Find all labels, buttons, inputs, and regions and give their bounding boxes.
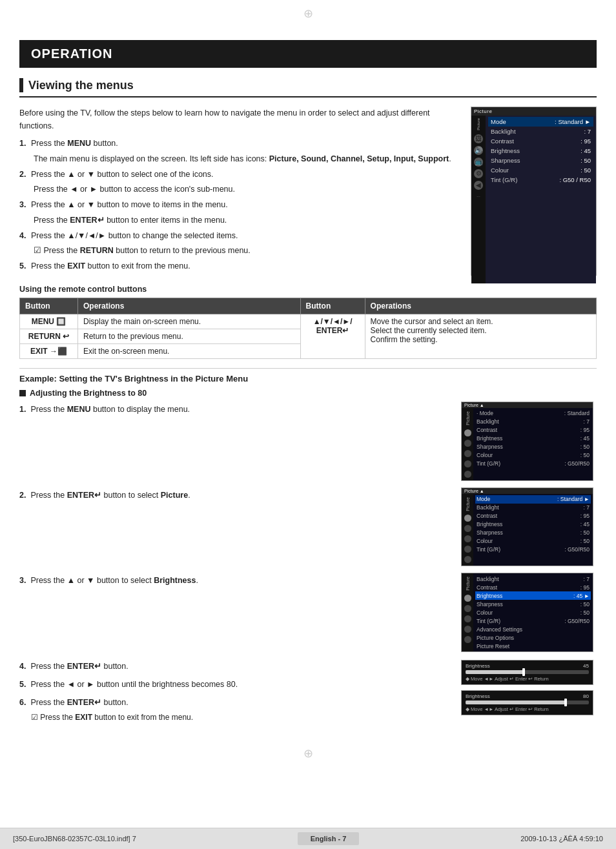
example-step-3-text: 3. Press the ▲ or ▼ button to select Bri… <box>19 573 455 587</box>
intro-steps-list: 1. Press the MENU button. The main menu … <box>19 138 458 272</box>
op-exit: Exit the on-screen menu. <box>78 343 301 358</box>
sub-title-brightness: Adjusting the Brightness to 80 <box>19 389 597 398</box>
th-operations1: Operations <box>78 298 301 314</box>
step-3: 3. Press the ▲ or ▼ button to move to it… <box>19 199 458 211</box>
step-5: 5. Press the EXIT button to exit from th… <box>19 260 458 272</box>
brightness-bar-80: Brightness 80 ◆ Move ◄► Adjust ↵ Enter ↩… <box>461 690 593 715</box>
step-3-sub: Press the ENTER↵ button to enter items i… <box>19 214 458 227</box>
tv-s1-rows: · Mode: Standard Backlight: 7 Contrast: … <box>473 408 593 480</box>
brightness-controls-80: ◆ Move ◄► Adjust ↵ Enter ↩ Return <box>466 706 589 712</box>
btn-exit: EXIT →⬛ <box>20 343 78 358</box>
step-6-note: ☑ Press the EXIT button to exit from the… <box>19 711 455 724</box>
header-title: OPERATION <box>31 46 112 61</box>
tv-s1-title: Picture ▲ <box>462 402 593 408</box>
th-operations2: Operations <box>365 298 596 314</box>
example-steps-4-6-text: 4. Press the ENTER↵ button. 5. Press the… <box>19 659 455 724</box>
tv-mock-step2: Picture ▲ Picture Mode: Standard ► Backl… <box>461 487 593 567</box>
tv-s2-sidebar: Picture <box>462 494 473 566</box>
op-return: Return to the previous menu. <box>78 329 301 343</box>
example-step-2-row: 2. Press the ENTER↵ button to select Pic… <box>19 487 597 567</box>
tv-row-colour: Colour : 50 <box>488 165 593 175</box>
btn-nav: ▲/▼/◄/►/ENTER↵ <box>300 314 365 358</box>
crosshair-top: ⊕ <box>0 0 616 21</box>
remote-table-section: Using the remote control buttons Button … <box>19 285 597 359</box>
tv-s2-title: Picture ▲ <box>462 488 593 494</box>
step-2-sub: Press the ◄ or ► button to access the ic… <box>19 183 458 196</box>
sub-title-square <box>19 390 26 396</box>
intro-description: Before using the TV, follow the steps be… <box>19 107 458 132</box>
op-nav: Move the cursor and select an item.Selec… <box>365 314 596 358</box>
page-footer: [350-EuroJBN68-02357C-03L10.indf] 7 Engl… <box>0 828 616 849</box>
tv-s3-brightness: Brightness: 45 ► <box>475 591 591 600</box>
example-step-3-row: 3. Press the ▲ or ▼ button to select Bri… <box>19 573 597 652</box>
example-step-2-text: 2. Press the ENTER↵ button to select Pic… <box>19 487 455 502</box>
tv-menu-titlebar: Picture <box>471 107 596 116</box>
step-2: 2. Press the ▲ or ▼ button to select one… <box>19 169 458 181</box>
slider-track-80 <box>466 701 589 704</box>
tv-s3-rows: Backlight: 7 Contrast: 95 Brightness: 45… <box>473 573 593 651</box>
step-1: 1. Press the MENU button. <box>19 138 458 150</box>
slider-thumb-80 <box>564 699 567 706</box>
footer-right: 2009-10-13 ¿ÄÊÄ 4:59:10 <box>520 835 603 843</box>
tv-row-contrast: Contrast : 95 <box>488 136 593 146</box>
step-4-note: ☑ Press the RETURN button to return to t… <box>19 245 458 257</box>
step-4: 4. Press the ▲/▼/◄/► button to change th… <box>19 230 458 242</box>
footer-center: English - 7 <box>298 832 360 845</box>
section-title-text: Viewing the menus <box>28 79 134 92</box>
tv-icon-setup: ⚙ <box>474 169 483 178</box>
footer-left: [350-EuroJBN68-02357C-03L10.indf] 7 <box>13 835 136 843</box>
brightness-bar-45: Brightness 45 ◆ Move ◄► Adjust ↵ Enter ↩… <box>461 660 593 685</box>
tv-s1-sidebar: Picture <box>462 408 473 480</box>
step-1-sub: The main menu is displayed on the screen… <box>19 153 458 165</box>
example-step-1-img: Picture ▲ Picture · Mode: Standard Backl… <box>461 402 597 481</box>
tv-mock-step1: Picture ▲ Picture · Mode: Standard Backl… <box>461 402 593 481</box>
btn-return: RETURN ↩ <box>20 329 78 343</box>
example-step-2-img: Picture ▲ Picture Mode: Standard ► Backl… <box>461 487 597 567</box>
slider-track-45 <box>466 670 589 674</box>
brightness-controls-45: ◆ Move ◄► Adjust ↵ Enter ↩ Return <box>466 676 589 682</box>
page-section-header: OPERATION <box>19 40 597 68</box>
example-step-1-row: 1. Press the MENU button to display the … <box>19 402 597 481</box>
remote-table-title: Using the remote control buttons <box>19 285 597 294</box>
step-6-text: 6. Press the ENTER↵ button. <box>19 696 455 709</box>
btn-menu: MENU 🔲 <box>20 314 78 329</box>
op-menu: Display the main on-screen menu. <box>78 314 301 329</box>
example-steps-4-6-row: 4. Press the ENTER↵ button. 5. Press the… <box>19 659 597 724</box>
slider-fill-80 <box>466 701 567 704</box>
remote-control-table: Button Operations Button Operations MENU… <box>19 298 597 359</box>
example-brightness-bars: Brightness 45 ◆ Move ◄► Adjust ↵ Enter ↩… <box>461 659 597 715</box>
tv-row-mode: Mode : Standard ► <box>488 117 593 127</box>
example-step-1-text: 1. Press the MENU button to display the … <box>19 402 455 416</box>
tv-side-icons: Picture 🖼 🔊 📺 ⚙ ◀ … <box>471 116 486 283</box>
tv-mock-step3: Picture Backlight: 7 Contrast: 95 Bright… <box>461 573 593 652</box>
tv-s2-mode: Mode: Standard ► <box>475 495 591 504</box>
tv-menu-rows: Mode : Standard ► Backlight : 7 Contrast… <box>486 116 596 283</box>
th-button1: Button <box>20 298 78 314</box>
step-4-text: 4. Press the ENTER↵ button. <box>19 660 455 673</box>
brightness-bars-pair: Brightness 45 ◆ Move ◄► Adjust ↵ Enter ↩… <box>461 659 597 715</box>
tv-row-tint: Tint (G/R) : G50 / R50 <box>488 175 593 185</box>
tv-row-brightness: Brightness : 45 <box>488 146 593 156</box>
crosshair-bottom: ⊕ <box>0 741 616 766</box>
tv-icon-channel: 📺 <box>474 158 483 167</box>
example-step-3-img: Picture Backlight: 7 Contrast: 95 Bright… <box>461 573 597 652</box>
slider-thumb-45 <box>522 668 525 676</box>
tv-menu-screenshot: Picture Picture 🖼 🔊 📺 ⚙ ◀ … Mode : Stand… <box>471 107 597 276</box>
table-row: MENU 🔲 Display the main on-screen menu. … <box>20 314 597 329</box>
slider-fill-45 <box>466 670 525 674</box>
example-title: Example: Setting the TV's Brightness in … <box>19 368 597 384</box>
tv-icon-sound: 🔊 <box>474 146 483 155</box>
section-title: Viewing the menus <box>19 78 597 97</box>
tv-icon-picture: 🖼 <box>474 134 483 143</box>
step-5-text: 5. Press the ◄ or ► button until the bri… <box>19 678 455 691</box>
tv-row-sharpness: Sharpness : 50 <box>488 156 593 165</box>
tv-row-backlight: Backlight : 7 <box>488 127 593 136</box>
th-button2: Button <box>300 298 365 314</box>
tv-s3-sidebar: Picture <box>462 573 473 651</box>
title-bar-decoration <box>19 78 23 92</box>
tv-icon-input: ◀ <box>474 181 483 190</box>
tv-s1-row-mode: · Mode: Standard <box>475 409 591 418</box>
intro-text-block: Before using the TV, follow the steps be… <box>19 107 458 276</box>
sub-title-text: Adjusting the Brightness to 80 <box>30 389 147 398</box>
tv-s2-rows: Mode: Standard ► Backlight: 7 Contrast: … <box>473 494 593 566</box>
